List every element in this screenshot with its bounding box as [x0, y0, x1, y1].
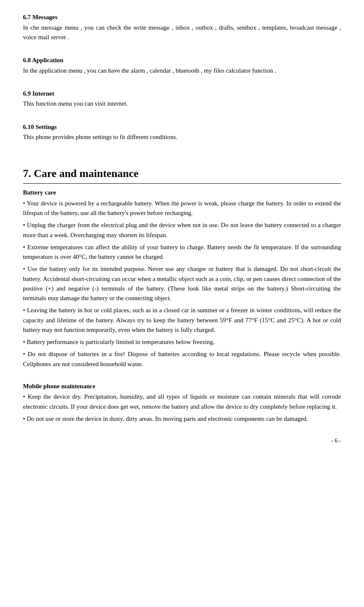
gap-2 [23, 83, 341, 89]
battery-heading: Battery care [23, 188, 341, 197]
battery-bullet-5: • Battery performance is particularly li… [23, 337, 341, 347]
heading-68: 6.8 Application [23, 56, 341, 65]
battery-bullets: • Your device is powered by a rechargeab… [23, 199, 341, 369]
battery-bullet-2: • Extreme temperatures can affect the ab… [23, 243, 341, 262]
gap-1 [23, 50, 341, 56]
mobile-bullet-1: • Do not use or store the device in dust… [23, 414, 341, 424]
chapter7-title: 7. Care and maintenance [23, 165, 341, 182]
gap-5 [23, 155, 341, 161]
chapter7-divider [23, 183, 341, 184]
battery-bullet-1: • Unplug the charger from the electrical… [23, 220, 341, 240]
battery-bullet-4: • Leaving the battery in hot or cold pla… [23, 306, 341, 335]
mobile-heading: Mobile phone maintenance [23, 382, 341, 391]
heading-69: 6.9 Internet [23, 89, 341, 99]
body-610: This phone provides phone settings to fi… [23, 132, 341, 142]
section-610: 6.10 Settings This phone provides phone … [23, 122, 341, 142]
mobile-bullet-0: • Keep the device dry. Precipitation, hu… [23, 392, 341, 412]
section-68: 6.8 Application In the application menu … [23, 56, 341, 76]
section-69: 6.9 Internet This function menu you can … [23, 89, 341, 109]
section-67: 6.7 Messages In che message menu , you c… [23, 13, 341, 42]
battery-bullet-3: • Use the battery only for its intended … [23, 264, 341, 303]
gap-6 [23, 372, 341, 377]
body-68: In the application menu , you can have t… [23, 66, 341, 76]
battery-bullet-6: • Do not dispose of batteries in a fire!… [23, 349, 341, 369]
body-69: This function menu you can visit interne… [23, 99, 341, 109]
heading-610: 6.10 Settings [23, 122, 341, 132]
gap-3 [23, 116, 341, 122]
battery-bullet-0: • Your device is powered by a rechargeab… [23, 199, 341, 218]
mobile-bullets: • Keep the device dry. Precipitation, hu… [23, 392, 341, 424]
mobile-maintenance-section: Mobile phone maintenance • Keep the devi… [23, 382, 341, 424]
page-number: - 6 - [23, 436, 341, 445]
gap-4 [23, 149, 341, 155]
heading-67: 6.7 Messages [23, 13, 341, 22]
battery-care-section: Battery care • Your device is powered by… [23, 188, 341, 369]
body-67: In che message menu , you can check the … [23, 23, 341, 43]
